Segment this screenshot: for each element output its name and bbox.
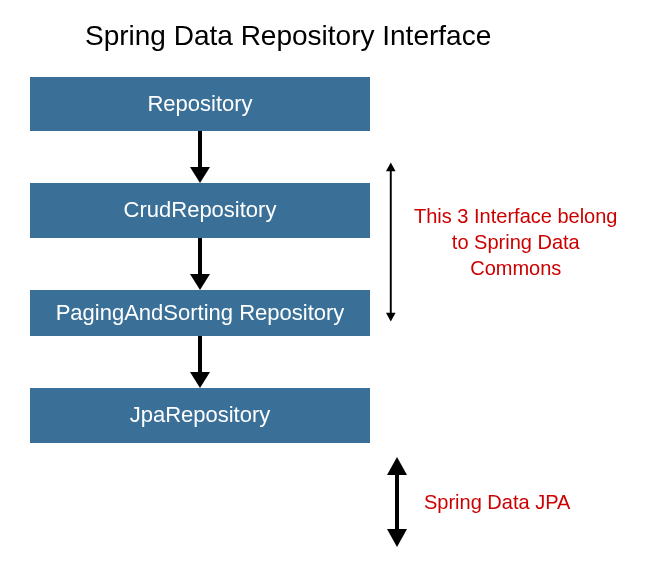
bracket-group-commons: This 3 Interface belong to Spring Data C…	[385, 77, 620, 407]
svg-marker-10	[387, 457, 407, 475]
bracket-group-jpa: Spring Data JPA	[385, 457, 570, 547]
double-arrow-icon	[385, 77, 397, 407]
arrow-down-icon	[188, 238, 212, 290]
annotations-column: This 3 Interface belong to Spring Data C…	[385, 77, 620, 443]
annotation-commons: This 3 Interface belong to Spring Data C…	[412, 203, 620, 281]
box-label: PagingAndSorting Repository	[56, 300, 345, 326]
box-jpa-repository: JpaRepository	[30, 388, 370, 442]
diagram-content: Repository CrudRepository PagingAndSorti…	[30, 77, 620, 443]
arrow-connector	[188, 336, 212, 388]
svg-marker-7	[386, 163, 396, 172]
diagram-title: Spring Data Repository Interface	[30, 20, 620, 52]
arrow-connector	[188, 131, 212, 183]
box-label: JpaRepository	[130, 402, 271, 428]
svg-marker-11	[387, 529, 407, 547]
box-paging-sorting-repository: PagingAndSorting Repository	[30, 290, 370, 336]
arrow-connector	[188, 238, 212, 290]
arrow-down-icon	[188, 336, 212, 388]
svg-marker-8	[386, 313, 396, 322]
svg-marker-5	[190, 372, 210, 388]
double-arrow-icon	[385, 457, 409, 547]
arrow-down-icon	[188, 131, 212, 183]
svg-marker-3	[190, 274, 210, 290]
box-label: CrudRepository	[124, 197, 277, 223]
svg-marker-1	[190, 167, 210, 183]
box-repository: Repository	[30, 77, 370, 131]
annotation-jpa: Spring Data JPA	[424, 489, 570, 515]
box-crud-repository: CrudRepository	[30, 183, 370, 237]
box-label: Repository	[147, 91, 252, 117]
hierarchy-column: Repository CrudRepository PagingAndSorti…	[30, 77, 370, 443]
